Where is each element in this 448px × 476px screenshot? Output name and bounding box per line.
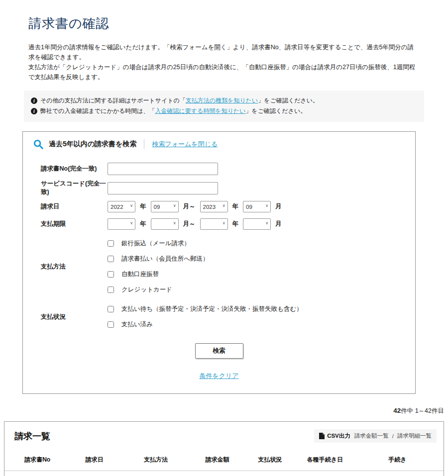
chevron-down-icon: 2022 [108,201,135,212]
search-button[interactable]: 検索 [195,343,243,359]
status-cell: 支払い待ち [241,471,299,476]
month-unit-label: 月 [275,220,282,228]
due-date-from-month-select[interactable] [151,218,179,230]
col-invoice-date: 請求日 [70,449,118,471]
payment-method-option: 銀行振込（メール請求） [108,236,209,251]
payment-status-label: 支払状況 [41,301,108,332]
payment-method-label: 支払方法 [41,236,108,297]
col-payment-status: 支払状況 [241,449,299,471]
checkbox-label[interactable]: 請求書払い（会員住所へ郵送） [121,255,209,263]
checkbox-label[interactable]: 支払い待ち（振替予定・決済予定・決済失敗・振替失敗も含む） [121,305,303,313]
invoice-no-label: 請求書No(完全一致) [41,163,108,175]
year-unit-label: 年 [140,202,146,211]
payment-method-option: クレジットカード [108,282,209,297]
csv-amount-list-link[interactable]: 請求金額一覧 [354,432,389,440]
notice-text: その他の支払方法に関する詳細はサポートサイトの「支払方法の種類を知りたい」をご確… [40,95,319,106]
notice-pre: その他の支払方法に関する詳細はサポートサイトの「 [40,97,186,104]
payment-status-option: 支払い待ち（振替予定・決済予定・決済失敗・振替失敗も含む） [108,301,303,317]
due-date-label: 支払期限 [41,218,108,230]
invoice-no-cell [4,471,70,476]
table-header-row: 請求書No 請求日 支払方法 請求金額 支払状況 各種手続き日 手続き [4,449,444,471]
due-date-to-month-select[interactable] [243,218,271,230]
notice-line: i 弊社での入金確認までにかかる時間は、「入金確認に要する時間を知りたい」をご確… [31,106,417,116]
chevron-down-icon: 09 [243,201,271,212]
search-panel-title: 過去5年以内の請求書を検索 [49,140,136,149]
invoice-date-row: 請求日 2022 年 09 月～ 2023 年 09 月 [23,201,415,212]
due-date-row: 支払期限 年 月～ 年 月 [23,218,415,230]
results-count-number: 42 [393,407,401,414]
page-title: 請求書の確認 [28,15,448,32]
notice-text: 弊社での入金確認までにかかる時間は、「入金確認に要する時間を知りたい」をご確認く… [40,106,306,116]
close-search-form-link[interactable]: 検索フォームを閉じる [152,140,218,149]
invoice-date-from-month-select[interactable]: 09 [151,201,179,212]
invoice-list-panel: 請求一覧 CSV出力 請求金額一覧 / 請求明細一覧 請求書No 請求日 支払方… [4,421,444,476]
payment-method-bank-transfer-checkbox[interactable] [108,240,114,247]
year-unit-label: 年 [232,220,239,228]
payment-status-option: 支払い済み [108,317,303,332]
chevron-down-icon [151,218,179,230]
invoice-date-from-year-select[interactable]: 2022 [108,201,135,212]
checkbox-label[interactable]: 銀行振込（メール請求） [121,239,190,248]
csv-file-icon [319,433,325,439]
invoice-table: 請求書No 請求日 支払方法 請求金額 支払状況 各種手続き日 手続き 23/0… [4,449,444,476]
checkbox-label[interactable]: 自動口座振替 [121,270,159,279]
payment-method-types-link[interactable]: 支払方法の種類を知りたい [186,97,258,104]
payment-method-cell: 銀行振込 （メール請求） [118,471,193,476]
invoice-list-title: 請求一覧 [14,430,50,442]
csv-detail-list-link[interactable]: 請求明細一覧 [397,432,432,440]
clear-row: 条件をクリア [23,372,415,381]
csv-export-chip: CSV出力 請求金額一覧 / 請求明細一覧 [314,429,437,443]
service-code-row: サービスコード(完全一致) [23,180,415,196]
payment-method-option: 自動口座振替 [108,267,209,282]
info-icon: i [31,108,37,114]
chevron-down-icon [200,218,228,230]
payment-method-auto-debit-checkbox[interactable] [108,271,114,278]
col-payment-method: 支払方法 [118,449,193,471]
deposit-confirmation-time-link[interactable]: 入金確認に要する時間を知りたい [155,107,246,114]
notice-post: 」をご確認ください。 [258,97,319,104]
csv-separator: / [392,433,394,439]
checkbox-label[interactable]: 支払い済み [121,320,153,329]
notice-post: 」をご確認ください。 [246,107,307,114]
payment-method-invoice-mail-checkbox[interactable] [108,256,114,262]
invoice-date-to-year-select[interactable]: 2023 [200,201,228,212]
invoice-no-row: 請求書No(完全一致) [23,163,415,175]
csv-export-label: CSV出力 [327,432,350,440]
invoice-date-to-month-select[interactable]: 09 [243,201,271,212]
invoice-no-input[interactable] [108,163,218,175]
search-button-row: 検索 [23,343,415,359]
procedures-cell: 請求明細の確認 請求書の印刷 クレジットで即時決済 [351,471,444,476]
intro-line-1: 過去1年間分の請求情報をご確認いただけます。「検索フォームを開く」より、請求書N… [28,42,420,62]
due-date-to-year-select[interactable] [200,218,228,230]
payment-method-credit-card-checkbox[interactable] [108,286,114,293]
header-divider [144,139,144,149]
search-panel-header: 過去5年以内の請求書を検索 検索フォームを閉じる [23,132,415,156]
payment-status-row: 支払状況 支払い待ち（振替予定・決済予定・決済失敗・振替失敗も含む） 支払い済み [23,301,415,332]
checkbox-label[interactable]: クレジットカード [121,286,172,294]
invoice-list-header: 請求一覧 CSV出力 請求金額一覧 / 請求明細一覧 [4,422,444,449]
chevron-down-icon [243,218,271,230]
clear-conditions-link[interactable]: 条件をクリア [199,372,238,380]
chevron-down-icon: 09 [151,201,179,212]
invoice-search-panel: 過去5年以内の請求書を検索 検索フォームを閉じる 請求書No(完全一致) サービ… [22,131,416,394]
service-code-input[interactable] [108,182,218,194]
payment-status-waiting-checkbox[interactable] [108,306,114,312]
payment-method-row: 支払方法 銀行振込（メール請求） 請求書払い（会員住所へ郵送） 自動口座振替 ク… [23,236,415,297]
results-count: 42件中 1～42件目 [4,407,444,415]
col-procedures: 手続き [351,449,444,471]
payment-status-paid-checkbox[interactable] [108,321,114,328]
intro-text: 過去1年間分の請求情報をご確認いただけます。「検索フォームを開く」より、請求書N… [28,42,420,82]
intro-line-2: 支払方法が「クレジットカード」の場合は請求月の25日頃の自動決済後に、「自動口座… [28,62,420,82]
payment-method-option: 請求書払い（会員住所へ郵送） [108,251,209,267]
due-date-from-year-select[interactable] [108,218,135,230]
notice-pre: 弊社での入金確認までにかかる時間は、「 [40,107,155,114]
notice-box: i その他の支払方法に関する詳細はサポートサイトの「支払方法の種類を知りたい」を… [24,91,424,122]
table-row: 23/09/04 銀行振込 （メール請求） 1,571円 支払い待ち 支払期限 … [4,471,444,476]
amount-cell: 1,571円 [193,471,241,476]
chevron-down-icon [108,218,135,230]
col-invoice-no: 請求書No [4,449,70,471]
notice-line: i その他の支払方法に関する詳細はサポートサイトの「支払方法の種類を知りたい」を… [31,95,417,106]
results-count-text: 件中 1～42件目 [401,407,444,414]
invoice-date-label: 請求日 [41,201,108,212]
col-procedure-date: 各種手続き日 [299,449,351,471]
